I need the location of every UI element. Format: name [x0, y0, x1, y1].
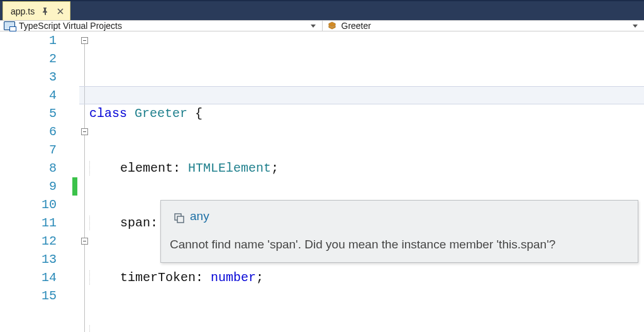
tooltip-type: any [190, 207, 209, 225]
tab-strip: app.ts [0, 1, 644, 20]
code-area[interactable]: class Greeter { element: HTMLElement; sp… [89, 31, 644, 332]
line-number: 5 [0, 104, 57, 123]
line-number: 3 [0, 68, 57, 86]
line-number: 2 [0, 50, 57, 68]
symbol-label: Greeter [341, 21, 371, 31]
line-number: 10 [0, 196, 57, 214]
line-number: 8 [0, 159, 57, 177]
file-tab-appts[interactable]: app.ts [3, 1, 70, 20]
code-line: timerToken: number; [89, 268, 644, 287]
code-editor[interactable]: 123456789101112131415 class Greeter { el… [0, 31, 644, 332]
stack-icon [174, 211, 185, 222]
line-number: 1 [0, 31, 57, 50]
project-icon [4, 21, 15, 31]
line-number: 11 [0, 214, 57, 232]
class-icon [326, 21, 338, 31]
code-line: element: HTMLElement; [89, 159, 644, 177]
code-line [89, 323, 644, 332]
change-marker-column [70, 31, 80, 332]
code-line: class Greeter { [89, 104, 644, 123]
error-tooltip: any Cannot find name 'span'. Did you mea… [160, 200, 638, 263]
close-icon[interactable] [56, 7, 65, 16]
current-line-highlight [79, 86, 644, 104]
fold-toggle[interactable] [81, 37, 88, 44]
project-dropdown[interactable]: TypeScript Virtual Projects [0, 21, 323, 31]
fold-guideline [84, 39, 85, 332]
chevron-down-icon [633, 25, 638, 28]
chevron-down-icon [311, 25, 316, 28]
line-number: 9 [0, 177, 57, 196]
pin-icon[interactable] [41, 7, 50, 16]
fold-column [80, 31, 89, 332]
nav-bar: TypeScript Virtual Projects Greeter [0, 20, 644, 31]
line-number: 15 [0, 287, 57, 305]
fold-toggle[interactable] [81, 238, 88, 245]
line-number: 13 [0, 250, 57, 268]
symbol-dropdown[interactable]: Greeter [323, 21, 645, 31]
line-number: 6 [0, 123, 57, 141]
line-number: 14 [0, 268, 57, 287]
tooltip-message: Cannot find name 'span'. Did you mean th… [170, 235, 629, 253]
svg-rect-1 [177, 216, 184, 223]
fold-toggle[interactable] [81, 128, 88, 135]
tab-filename: app.ts [11, 6, 35, 16]
line-number: 7 [0, 141, 57, 159]
line-number: 12 [0, 232, 57, 250]
editor-window: app.ts TypeScript Virtual Projects Greet… [0, 0, 644, 332]
change-marker [72, 177, 77, 196]
project-label: TypeScript Virtual Projects [19, 21, 122, 31]
line-number-gutter: 123456789101112131415 [0, 31, 70, 332]
line-number: 4 [0, 86, 57, 104]
